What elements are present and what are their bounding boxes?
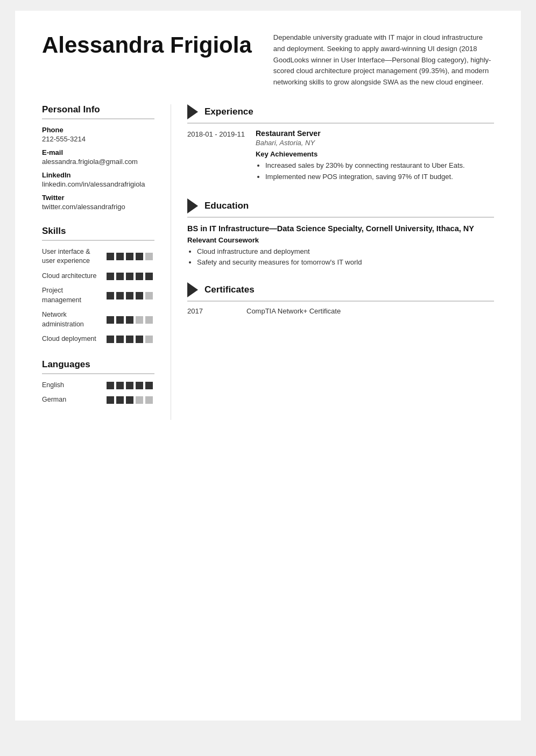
education-entry-0: BS in IT Infrastructure—Data Science Spe… [187,223,494,267]
edu-bullets-0: Cloud infrastructure and deployment Safe… [187,246,494,267]
dot [126,382,133,389]
skill-name-network-admin: Network administration [42,310,101,329]
dot [145,292,153,299]
experience-title: Experience [204,106,253,117]
dot [145,382,153,389]
edu-bullet-0-1: Safety and security measures for tomorro… [197,257,494,268]
certificates-section: Certificates 2017 CompTIA Network+ Certi… [187,282,494,315]
experience-section: Experience 2018-01 - 2019-11 Restaurant … [187,104,494,183]
certificates-icon [187,282,198,297]
lang-row-german: German [42,395,154,405]
dot [126,396,133,404]
edu-degree-0: BS in IT Infrastructure—Data Science Spe… [187,223,494,234]
dot [145,253,153,260]
certificates-title: Certificates [204,284,255,295]
exp-job-title-0: Restaurant Server [256,129,465,138]
certificates-header: Certificates [187,282,494,302]
edu-bullet-0-0: Cloud infrastructure and deployment [197,246,494,257]
skill-row-network-admin: Network administration [42,310,154,329]
lang-row-english: English [42,381,154,390]
dot [116,253,124,260]
dot [145,316,153,324]
personal-info-email: E-mail alessandra.frigiola@gmail.com [42,148,154,166]
lang-name-english: English [42,381,101,390]
email-label: E-mail [42,148,154,156]
dot [126,253,133,260]
skill-dots-ui [107,253,153,260]
dot [116,336,124,343]
summary-text: Dependable university graduate with IT m… [273,32,494,88]
dot [136,292,143,299]
certificate-entry-0: 2017 CompTIA Network+ Certificate [187,307,494,315]
dot [126,292,133,299]
cert-year-0: 2017 [187,307,236,315]
edu-key-label-0: Relevant Coursework [187,236,494,244]
dot [107,253,114,260]
skills-title: Skills [42,226,154,241]
dot [116,396,124,404]
exp-key-label-0: Key Achievements [256,150,465,158]
skill-name-cloud-arch: Cloud architecture [42,272,101,281]
dot [136,396,143,404]
skill-dots-network-admin [107,316,153,324]
dot [116,292,124,299]
lang-dots-english [107,382,153,389]
dot [126,336,133,343]
dot [107,336,114,343]
exp-bullets-0: Increased sales by 230% by connecting re… [256,160,465,182]
skills-section: Skills User interface & user experience … [42,226,154,344]
candidate-name: Alessandra Frigiola [42,32,252,58]
cert-name-0: CompTIA Network+ Certificate [246,307,341,315]
resume-page: Alessandra Frigiola Dependable universit… [15,11,521,721]
dot [107,292,114,299]
skill-dots-cloud-arch [107,273,153,280]
exp-date-0: 2018-01 - 2019-11 [187,129,245,183]
linkedin-value: linkedin.com/in/alessandrafrigiola [42,180,154,188]
right-column: Experience 2018-01 - 2019-11 Restaurant … [171,104,494,420]
experience-icon [187,104,198,119]
exp-subtitle-0: Bahari, Astoria, NY [256,139,465,147]
education-icon [187,198,198,213]
skill-name-ui: User interface & user experience [42,247,101,266]
education-section: Education BS in IT Infrastructure—Data S… [187,198,494,267]
dot [136,382,143,389]
twitter-label: Twitter [42,194,154,202]
skill-row-cloud-arch: Cloud architecture [42,272,154,281]
lang-name-german: German [42,395,101,405]
skill-row-ui: User interface & user experience [42,247,154,266]
header: Alessandra Frigiola Dependable universit… [42,32,494,88]
exp-detail-0: Restaurant Server Bahari, Astoria, NY Ke… [256,129,465,183]
experience-header: Experience [187,104,494,124]
dot [107,382,114,389]
personal-info-section: Personal Info Phone 212-555-3214 E-mail … [42,104,154,211]
twitter-value: twitter.com/alessandrafrigo [42,203,154,211]
dot [136,316,143,324]
dot [116,316,124,324]
dot [126,273,133,280]
dot [145,273,153,280]
dot [136,273,143,280]
personal-info-title: Personal Info [42,104,154,119]
linkedin-label: LinkedIn [42,171,154,179]
exp-bullet-0-1: Implemented new POS integration, saving … [265,172,465,182]
languages-title: Languages [42,359,154,374]
skill-name-cloud-deploy: Cloud deployment [42,334,101,344]
dot [107,316,114,324]
exp-bullet-0-0: Increased sales by 230% by connecting re… [265,160,465,171]
personal-info-phone: Phone 212-555-3214 [42,126,154,143]
personal-info-twitter: Twitter twitter.com/alessandrafrigo [42,194,154,211]
languages-section: Languages English German [42,359,154,405]
dot [126,316,133,324]
lang-dots-german [107,396,153,404]
skill-dots-cloud-deploy [107,336,153,343]
main-layout: Personal Info Phone 212-555-3214 E-mail … [42,104,494,420]
dot [116,382,124,389]
skill-name-project-mgmt: Project management [42,286,101,305]
skill-row-cloud-deploy: Cloud deployment [42,334,154,344]
dot [107,396,114,404]
experience-entry-0: 2018-01 - 2019-11 Restaurant Server Baha… [187,129,494,183]
skill-row-project-mgmt: Project management [42,286,154,305]
dot [136,253,143,260]
phone-value: 212-555-3214 [42,135,154,143]
personal-info-linkedin: LinkedIn linkedin.com/in/alessandrafrigi… [42,171,154,188]
